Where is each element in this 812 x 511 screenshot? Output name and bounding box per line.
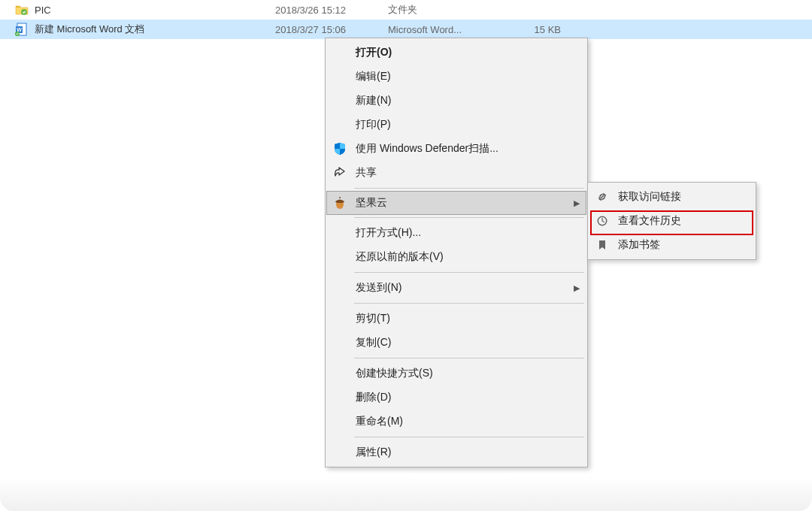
share-icon (332, 165, 348, 181)
file-type: 文件夹 (388, 3, 501, 17)
menu-send-to[interactable]: 发送到(N) ▶ (327, 276, 586, 300)
submenu-add-bookmark[interactable]: 添加书签 (589, 233, 754, 257)
clock-icon (594, 213, 611, 229)
menu-separator (354, 217, 584, 218)
submenu-arrow-icon: ▶ (574, 198, 580, 208)
blank-icon (332, 44, 348, 61)
submenu-get-link[interactable]: 获取访问链接 (589, 185, 754, 209)
menu-edit[interactable]: 编辑(E) (327, 65, 586, 89)
menu-open[interactable]: 打开(O) (327, 41, 586, 65)
menu-separator (354, 358, 584, 358)
shield-icon (332, 141, 348, 157)
blank-icon (332, 444, 348, 461)
acorn-icon (332, 195, 348, 211)
word-doc-icon: W (15, 23, 29, 36)
menu-restore[interactable]: 还原以前的版本(V) (327, 245, 586, 269)
menu-separator (354, 188, 584, 189)
submenu-jianguoyun: 获取访问链接 查看文件历史 添加书签 (587, 182, 756, 260)
menu-properties[interactable]: 属性(R) (327, 440, 586, 464)
menu-shortcut[interactable]: 创建快捷方式(S) (327, 361, 586, 386)
blank-icon (332, 225, 348, 241)
file-date: 2018/3/26 15:12 (275, 5, 388, 16)
bookmark-icon (594, 237, 611, 253)
file-name: PIC (35, 5, 275, 16)
file-name: 新建 Microsoft Word 文档 (35, 23, 275, 36)
blank-icon (332, 249, 348, 265)
file-type: Microsoft Word... (388, 24, 501, 35)
svg-point-0 (21, 9, 27, 15)
menu-separator (354, 437, 584, 437)
menu-open-with[interactable]: 打开方式(H)... (327, 221, 586, 245)
blank-icon (332, 68, 348, 85)
menu-defender[interactable]: 使用 Windows Defender扫描... (327, 137, 586, 161)
blank-icon (332, 310, 348, 327)
file-size: 15 KB (501, 24, 561, 35)
menu-share[interactable]: 共享 (327, 161, 586, 185)
menu-jianguoyun[interactable]: 坚果云 ▶ (326, 191, 586, 215)
file-list: PIC 2018/3/26 15:12 文件夹 W 新建 Microsoft W… (0, 0, 812, 39)
link-icon (594, 189, 611, 205)
menu-separator (354, 303, 584, 304)
menu-print[interactable]: 打印(P) (327, 113, 586, 137)
menu-cut[interactable]: 剪切(T) (327, 307, 586, 331)
blank-icon (332, 92, 348, 109)
blank-icon (332, 365, 348, 382)
menu-new[interactable]: 新建(N) (327, 89, 586, 113)
blank-icon (332, 413, 348, 430)
menu-separator (354, 272, 584, 273)
menu-rename[interactable]: 重命名(M) (327, 410, 586, 434)
folder-icon (15, 3, 29, 17)
submenu-arrow-icon: ▶ (574, 283, 580, 293)
blank-icon (332, 389, 348, 406)
file-row[interactable]: W 新建 Microsoft Word 文档 2018/3/27 15:06 M… (0, 20, 812, 39)
file-date: 2018/3/27 15:06 (275, 24, 388, 35)
decorative-shadow (0, 477, 812, 511)
menu-delete[interactable]: 删除(D) (327, 386, 586, 410)
blank-icon (332, 334, 348, 351)
blank-icon (332, 116, 348, 133)
context-menu: 打开(O) 编辑(E) 新建(N) 打印(P) 使用 Windows Defen… (325, 38, 588, 467)
submenu-view-history[interactable]: 查看文件历史 (589, 209, 754, 233)
menu-copy[interactable]: 复制(C) (327, 331, 586, 355)
file-row[interactable]: PIC 2018/3/26 15:12 文件夹 (0, 0, 812, 20)
blank-icon (332, 280, 348, 296)
